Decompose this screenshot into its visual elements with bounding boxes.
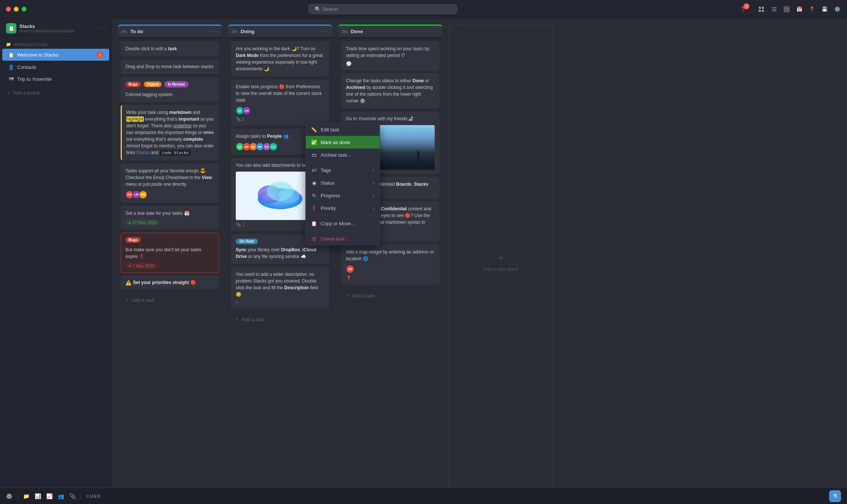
trip-icon: 🗺 — [8, 76, 14, 82]
settings-icon[interactable]: ⚙️ — [834, 6, 841, 13]
copy-icon: 📋 — [311, 220, 317, 226]
stack-doing-title: Doing — [241, 29, 321, 34]
due-date: ●17 Nov, 2025 — [126, 220, 159, 226]
stack-todo-body: Double click to edit a task Drag and Dro… — [118, 38, 222, 498]
menu-divider — [306, 162, 380, 163]
task-card[interactable]: You need to add a wider description, no … — [231, 267, 329, 309]
priority-icon: ⚠️ — [126, 280, 131, 286]
menu-divider — [306, 216, 380, 216]
add-task-doing-button[interactable]: ＋ Add a task — [231, 313, 329, 326]
location-icon[interactable]: 📍 — [808, 6, 816, 13]
task-card-expired[interactable]: Bugs But make sure you don't let your ta… — [121, 233, 219, 273]
save-icon[interactable]: 💾 — [821, 6, 828, 13]
task-card[interactable]: Enable task progress 🔴 from Preferences … — [231, 79, 329, 126]
task-text: Sync your library over DropBox, iCloud D… — [236, 246, 324, 260]
stack-doing-menu[interactable]: ⋯ — [324, 29, 329, 34]
add-stack-area[interactable]: ＋ Add a new stack — [448, 25, 553, 498]
menu-item-status[interactable]: ◉ Status — [306, 176, 380, 189]
add-task-todo-button[interactable]: ＋ Add a task — [121, 294, 219, 307]
close-button[interactable] — [6, 7, 11, 12]
sidebar: 📋 Stacks /Users/cristian/Documents/Stack… — [0, 19, 112, 504]
pencil-icon: ✏️ — [311, 127, 317, 133]
board-bottom-icon[interactable]: 📊 — [35, 493, 41, 499]
menu-item-archive[interactable]: 🗃 Archive task... — [306, 149, 380, 161]
search-bar[interactable]: 🔍 Search — [308, 4, 457, 14]
task-card[interactable]: Drag and Drop to move task between stack… — [121, 59, 219, 74]
sidebar-item-welcome[interactable]: 📋 Welcome to Stacks 1 — [2, 49, 109, 61]
menu-item-priority-label: Priority — [321, 205, 336, 211]
stack-done-menu[interactable]: ⋯ — [434, 29, 439, 34]
task-text: Change the tasks status to either Done o… — [346, 77, 435, 104]
task-card[interactable]: Bugs Urgent In Review Colored tagging sy… — [121, 77, 219, 102]
task-card[interactable]: Tasks support all your favorite emojis 😎… — [121, 163, 219, 203]
add-stack-icon: ＋ — [496, 251, 505, 263]
filter-button[interactable]: ⚗ — [829, 490, 841, 502]
chart-bottom-icon[interactable]: 📈 — [46, 493, 53, 499]
task-card[interactable]: Set a due date for your tasks 📅 ●17 Nov,… — [121, 206, 219, 230]
task-footer: TR — [346, 265, 435, 273]
clock-icon: 🕐 — [346, 61, 435, 66]
add-icon: ＋ — [6, 89, 11, 96]
sidebar-section-label: 📁 Introduction — [0, 38, 111, 48]
stack-done-header: 0% Done ⋯ — [338, 25, 442, 37]
search-placeholder: Search — [323, 6, 338, 12]
stack-todo-menu[interactable]: ⋯ — [213, 29, 218, 34]
menu-item-copy-move[interactable]: 📋 Copy or Move... — [306, 217, 380, 230]
task-card[interactable]: Write your task using markdown and highl… — [121, 105, 219, 160]
sidebar-workspace-info: Stacks /Users/cristian/Documents/Stacks — [19, 23, 75, 33]
task-footer: ●17 Nov, 2025 — [126, 220, 214, 226]
grid-view-icon[interactable] — [758, 6, 765, 13]
task-text: Write your task using markdown and highl… — [126, 109, 214, 156]
divider — [81, 492, 81, 500]
sidebar-workspace-title: Stacks — [19, 23, 75, 29]
task-text: Enable task progress 🔴 from Preferences … — [236, 83, 324, 103]
task-text: Are you working in the dark 🌙? Turn on D… — [236, 45, 324, 72]
sidebar-badge-welcome: 1 — [96, 51, 103, 58]
sidebar-item-contacts[interactable]: 👤 Contacts — [2, 61, 109, 73]
table-icon[interactable] — [783, 6, 790, 13]
menu-item-mark-done[interactable]: ✅ Mark as done — [306, 136, 380, 149]
task-card[interactable]: Track time spent working on your tasks b… — [341, 41, 440, 70]
menu-item-tags[interactable]: 🏷 Tags — [306, 164, 380, 176]
plus-icon: ＋ — [124, 297, 129, 304]
avatar: LK — [269, 143, 277, 151]
minimize-button[interactable] — [14, 7, 19, 12]
task-text: Go to Yosemite with my friends 🏕 — [346, 115, 435, 122]
settings-bottom-icon[interactable]: ⚙️ — [6, 493, 12, 499]
stack-done-body: Track time spent working on your tasks b… — [338, 38, 442, 498]
task-card[interactable]: Change the tasks status to either Done o… — [341, 73, 440, 108]
divider — [18, 492, 18, 500]
status-icon: ◉ — [311, 180, 317, 186]
task-text: But make sure you don't let your tasks e… — [126, 246, 214, 260]
maximize-button[interactable] — [22, 7, 26, 12]
add-task-label: Add a task — [131, 297, 154, 303]
menu-item-progress-label: Progress — [321, 193, 340, 198]
task-card[interactable]: ⚠️ Set your priorities straight 🔴 — [121, 276, 219, 290]
list-view-icon[interactable] — [770, 6, 778, 13]
task-avatars: TR — [346, 265, 354, 273]
bottom-bar: ⚙️ 📁 📊 📈 👥 📎 CUES ⚗ — [0, 488, 847, 504]
menu-item-progress[interactable]: ↻ Progress — [306, 189, 380, 202]
add-task-done-button[interactable]: ＋ Add a task — [341, 289, 440, 302]
menu-item-priority[interactable]: ❗ Priority — [306, 202, 380, 214]
folder-bottom-icon[interactable]: 📁 — [23, 493, 29, 499]
add-board-button[interactable]: ＋ Add a board — [0, 86, 111, 99]
sidebar-header-left: 📋 Stacks /Users/cristian/Documents/Stack… — [6, 23, 75, 34]
menu-item-edit[interactable]: ✏️ Edit task — [306, 123, 380, 136]
add-stack-label: Add a new stack — [483, 266, 518, 272]
task-text: Add a map widget by entering an address … — [346, 249, 435, 262]
task-card[interactable]: Are you working in the dark 🌙? Turn on D… — [231, 41, 329, 76]
tag-review: In Review — [164, 81, 188, 87]
people-bottom-icon[interactable]: 👥 — [58, 493, 64, 499]
sidebar-menu-button[interactable]: ⋯ — [99, 25, 105, 32]
sidebar-item-yosemite[interactable]: 🗺 Trip to Yosemite — [2, 73, 109, 84]
topbar: 🔍 Search ❓ 7 📅 📍 💾 ⚙️ — [0, 0, 847, 19]
menu-item-delete[interactable]: 🗑 Delete task... — [306, 232, 380, 245]
attach-bottom-icon[interactable]: 📎 — [69, 493, 76, 499]
task-card[interactable]: Double click to edit a task — [121, 41, 219, 56]
task-text: Colored tagging system — [126, 91, 214, 98]
filter-icon: ⚗ — [833, 493, 837, 499]
stack-todo-header: 0% To do ⋯ — [118, 25, 222, 37]
calendar-icon[interactable]: 📅 — [796, 6, 803, 13]
task-card[interactable]: Add a map widget by entering an address … — [341, 245, 440, 285]
